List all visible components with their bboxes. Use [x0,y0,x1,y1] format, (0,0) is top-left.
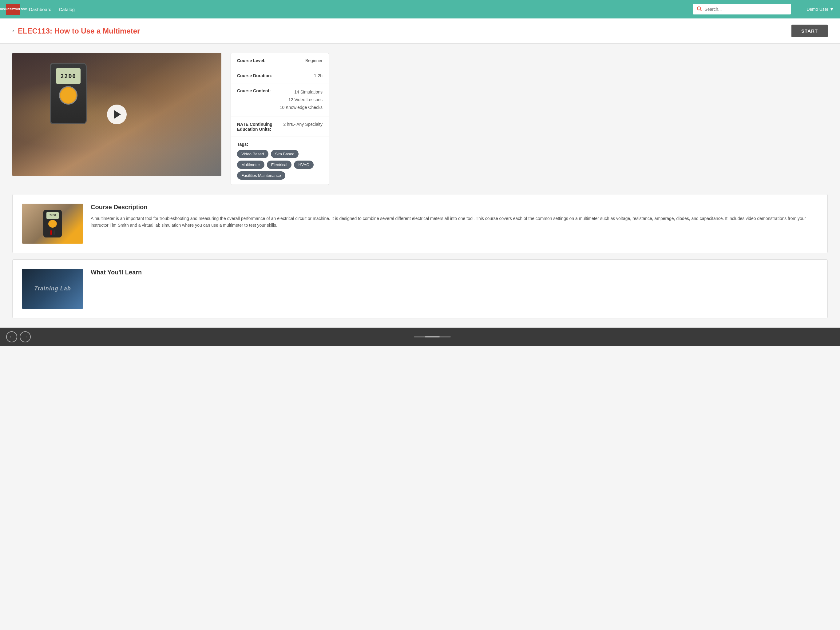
info-row-level: Course Level: Beginner [231,53,329,68]
prev-button[interactable]: ← [6,331,17,342]
back-title-group: ‹ ELEC113: How to Use a Multimeter [12,27,140,35]
svg-line-1 [700,9,702,11]
level-value: Beginner [305,58,322,63]
course-title: ELEC113: How to Use a Multimeter [18,27,140,35]
content-checks: 10 Knowledge Checks [280,104,322,111]
content-label: Course Content: [237,88,271,93]
description-thumb-image: 22D0 [22,204,83,244]
info-row-duration: Course Duration: 1-2h [231,68,329,83]
duration-label: Course Duration: [237,73,272,78]
multimeter-screen: 22D0 [56,68,81,84]
nav-catalog[interactable]: Catalog [59,7,75,12]
info-row-content: Course Content: 14 Simulations 12 Video … [231,83,329,117]
learn-text: What You'll Learn [91,269,818,309]
tag-electrical[interactable]: Electrical [267,161,292,169]
info-row-nate: NATE Continuing Education Units: 2 hrs.-… [231,117,329,137]
content-videos: 12 Video Lessons [280,96,322,104]
tag-sim-based[interactable]: Sim Based [271,150,299,158]
next-button[interactable]: → [20,331,31,342]
scroll-indicator [414,336,451,337]
lab-label: Training Lab [34,285,71,292]
learn-thumbnail: Training Lab [22,269,83,309]
nav-dashboard[interactable]: Dashboard [29,7,51,12]
lower-content: 22D0 Course Description A multimeter is … [0,194,840,328]
tag-hvac[interactable]: HVAC [294,161,313,169]
page-header: ‹ ELEC113: How to Use a Multimeter START [0,19,840,44]
level-label: Course Level: [237,58,266,63]
logo: BUSINESS TOOLBOX [6,4,20,15]
description-title: Course Description [91,204,818,211]
tag-video-based[interactable]: Video Based [237,150,268,158]
description-section: 22D0 Course Description A multimeter is … [12,194,828,253]
tag-multimeter[interactable]: Multimeter [237,161,264,169]
thumb-screen: 22D0 [46,212,59,219]
thumb-multimeter: 22D0 [43,210,62,237]
multimeter-dial [59,86,77,104]
nav-arrows: ← → [6,331,31,342]
tag-facilities[interactable]: Facilities Maintenance [237,171,285,180]
play-icon [114,110,121,119]
multimeter-visual: 22D0 [50,63,87,124]
header: BUSINESS TOOLBOX Dashboard Catalog Demo … [0,0,840,19]
video-placeholder: 22D0 [12,53,221,176]
search-bar [693,4,791,14]
search-icon [696,6,702,13]
nate-label: NATE Continuing Education Units: [237,122,283,131]
main-nav: Dashboard Catalog [29,7,75,12]
learn-section: Training Lab What You'll Learn [12,259,828,318]
search-input[interactable] [704,7,788,12]
footer-nav: ← → [0,328,840,346]
duration-value: 1-2h [314,73,322,78]
tags-section: Tags: Video Based Sim Based Multimeter E… [231,137,329,185]
nate-value: 2 hrs.- Any Specialty [283,122,322,127]
tags-label: Tags: [237,142,322,147]
back-button[interactable]: ‹ [12,28,14,34]
play-button[interactable] [107,104,127,124]
tags-container: Video Based Sim Based Multimeter Electri… [237,150,322,180]
main-content: 22D0 Course Level: Beginner Course Durat… [0,44,840,194]
description-body: A multimeter is an important tool for tr… [91,215,818,229]
description-thumbnail: 22D0 [22,204,83,244]
content-simulations: 14 Simulations [280,88,322,96]
start-button[interactable]: START [791,25,828,37]
video-container: 22D0 [12,53,221,176]
scroll-thumb [425,336,440,337]
svg-point-0 [697,7,701,10]
description-text: Course Description A multimeter is an im… [91,204,818,244]
user-menu[interactable]: Demo User ▼ [807,7,834,12]
info-card: Course Level: Beginner Course Duration: … [231,53,329,185]
thumb-dial [48,220,57,228]
course-info-panel: Course Level: Beginner Course Duration: … [231,53,329,185]
learn-title: What You'll Learn [91,269,818,276]
content-values: 14 Simulations 12 Video Lessons 10 Knowl… [280,88,322,112]
